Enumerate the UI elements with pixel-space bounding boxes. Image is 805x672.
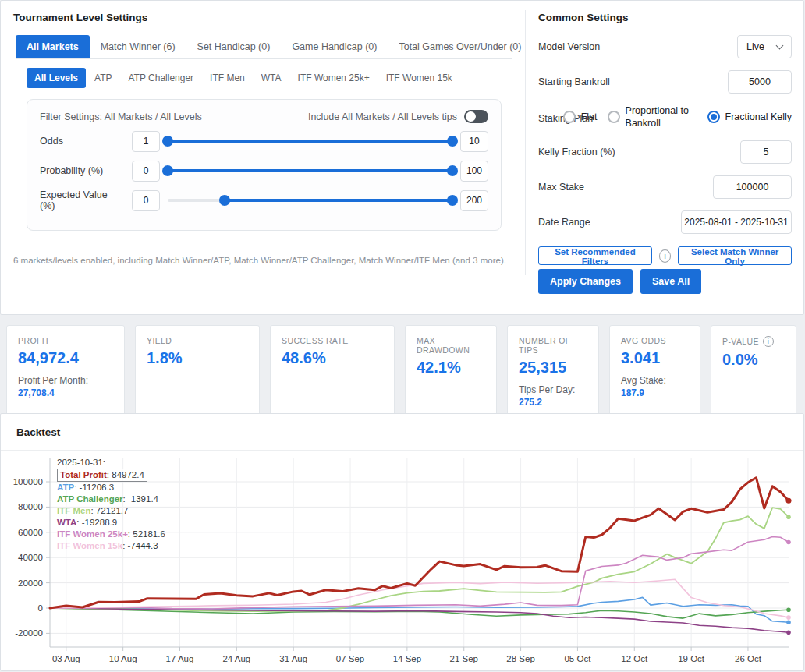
tooltip-series-label: Total Profit xyxy=(60,470,107,479)
svg-text:20000: 20000 xyxy=(18,578,43,588)
apply-changes-button[interactable]: Apply Changes xyxy=(538,269,633,294)
svg-text:05 Oct: 05 Oct xyxy=(564,654,591,663)
radio-icon[interactable] xyxy=(563,111,576,123)
slider-max-input[interactable]: 100 xyxy=(460,161,488,182)
svg-text:21 Sep: 21 Sep xyxy=(450,654,478,663)
slider-min-input[interactable]: 0 xyxy=(132,190,160,211)
slider-min-input[interactable]: 0 xyxy=(132,161,160,182)
market-tab-2[interactable]: Set Handicap (0) xyxy=(186,35,282,58)
slider-handle-high[interactable] xyxy=(447,136,458,147)
svg-text:03 Aug: 03 Aug xyxy=(52,654,80,663)
filter-slider-row-1: Probability (%)0100 xyxy=(27,156,501,186)
max-stake-input[interactable]: 100000 xyxy=(713,175,792,199)
staking-option-label: Flat xyxy=(581,111,598,123)
level-tab-5[interactable]: ITF Women 25k+ xyxy=(290,68,378,88)
level-tab-6[interactable]: ITF Women 15k xyxy=(378,68,460,88)
model-version-select[interactable]: Live xyxy=(737,35,792,58)
slider-label: Probability (%) xyxy=(40,165,124,176)
tooltip-row-4: WTA: -19288.9 xyxy=(57,517,165,529)
stat-subtext: Profit Per Month: 27,708.4 xyxy=(18,374,113,399)
tooltip-row-2: ATP Challenger: -1391.4 xyxy=(57,493,165,505)
stat-card-1: YIELD1.8% xyxy=(135,325,260,419)
slider-track[interactable] xyxy=(168,194,452,207)
staking-option-1[interactable]: Proportional to Bankroll xyxy=(608,104,697,130)
staking-option-2[interactable]: Fractional Kelly xyxy=(707,111,792,123)
model-version-row: Model Version Live xyxy=(538,35,792,58)
stat-label: YIELD xyxy=(147,336,248,345)
svg-text:12 Oct: 12 Oct xyxy=(621,654,648,663)
set-recommended-filters-button[interactable]: Set Recommended Filters xyxy=(538,246,652,265)
level-tab-4[interactable]: WTA xyxy=(254,68,289,88)
filter-box: Filter Settings: All Markets / All Level… xyxy=(27,99,502,231)
select-match-winner-only-button[interactable]: Select Match Winner Only xyxy=(678,246,792,265)
page: Tournament Level Settings All MarketsMat… xyxy=(0,0,805,672)
slider-min-input[interactable]: 1 xyxy=(132,131,160,152)
tooltip-row-0: Total Profit: 84972.4 xyxy=(57,469,165,482)
staking-option-label: Fractional Kelly xyxy=(725,111,792,123)
date-range-row: Date Range 2025-08-01 - 2025-10-31 xyxy=(538,210,792,234)
tooltip-row-1: ATP: -11206.3 xyxy=(57,482,165,493)
stat-sub-value: 187.9 xyxy=(621,387,644,398)
slider-handle-high[interactable] xyxy=(447,195,458,206)
slider-label: Odds xyxy=(40,136,124,147)
market-tab-0[interactable]: All Markets xyxy=(16,35,90,58)
slider-handle-low[interactable] xyxy=(162,165,173,176)
tooltip-series-value: : 52181.6 xyxy=(128,529,165,539)
level-tab-2[interactable]: ATP Challenger xyxy=(120,68,201,88)
radio-icon[interactable] xyxy=(707,111,720,123)
market-tab-4[interactable]: Total Games Over/Under (0) xyxy=(388,35,532,58)
filter-slider-row-2: Expected Value (%)0200 xyxy=(27,186,501,215)
tooltip-series-label: ITF Women 15k xyxy=(57,541,122,550)
kelly-fraction-row: Kelly Fraction (%) 5 xyxy=(538,140,792,164)
slider-max-input[interactable]: 200 xyxy=(460,190,488,211)
staking-option-0[interactable]: Flat xyxy=(563,111,598,123)
stat-card-6: P-VALUEi0.0% xyxy=(711,325,796,419)
date-range-input[interactable]: 2025-08-01 - 2025-10-31 xyxy=(681,210,792,234)
save-all-button[interactable]: Save All xyxy=(640,269,701,294)
date-range-label: Date Range xyxy=(538,217,590,228)
svg-text:0: 0 xyxy=(38,603,43,613)
level-tab-0[interactable]: All Levels xyxy=(27,68,86,88)
tooltip-series-value: : -1391.4 xyxy=(123,494,158,504)
slider-handle-low[interactable] xyxy=(162,136,173,147)
slider-max-input[interactable]: 10 xyxy=(460,131,488,152)
stat-value: 3.041 xyxy=(621,349,689,367)
market-tab-3[interactable]: Game Handicap (0) xyxy=(281,35,388,58)
svg-text:40000: 40000 xyxy=(18,553,43,562)
svg-text:31 Aug: 31 Aug xyxy=(279,654,307,663)
include-tips-toggle-label: Include All Markets / All Levels tips xyxy=(308,111,457,122)
slider-track-fill xyxy=(168,140,452,143)
chevron-down-icon xyxy=(776,41,784,49)
svg-text:80000: 80000 xyxy=(18,502,43,511)
level-tab-3[interactable]: ITF Men xyxy=(202,68,253,88)
info-icon[interactable]: i xyxy=(659,249,671,263)
market-tab-1[interactable]: Match Winner (6) xyxy=(90,35,186,58)
svg-text:14 Sep: 14 Sep xyxy=(393,654,421,663)
info-icon[interactable]: i xyxy=(763,336,774,347)
include-tips-toggle[interactable] xyxy=(464,110,488,123)
common-settings-section: Common Settings Model Version Live Start… xyxy=(525,1,804,316)
slider-handle-high[interactable] xyxy=(447,165,458,176)
tooltip-series-label: ATP Challenger xyxy=(57,494,123,504)
filter-sliders: Odds110Probability (%)0100Expected Value… xyxy=(27,126,501,215)
radio-icon[interactable] xyxy=(608,111,620,123)
slider-handle-low[interactable] xyxy=(219,195,230,206)
svg-text:-20000: -20000 xyxy=(15,628,43,638)
kelly-fraction-input[interactable]: 5 xyxy=(740,140,792,164)
tooltip-series-value: : -19288.9 xyxy=(76,518,117,527)
filter-slider-row-0: Odds110 xyxy=(27,126,501,156)
slider-track[interactable] xyxy=(168,135,452,147)
model-version-label: Model Version xyxy=(538,41,600,52)
common-settings-title: Common Settings xyxy=(538,12,629,23)
slider-track[interactable] xyxy=(168,164,452,177)
backtest-chart-area: -2000002000040000600008000010000003 Aug1… xyxy=(1,451,803,672)
tooltip-series-label: ITF Men xyxy=(57,506,90,515)
stat-value: 0.0% xyxy=(722,351,785,369)
kelly-fraction-label: Kelly Fraction (%) xyxy=(538,147,615,157)
stat-sub-value: 27,708.4 xyxy=(18,387,55,398)
starting-bankroll-input[interactable]: 5000 xyxy=(728,70,792,94)
stat-card-2: SUCCESS RATE48.6% xyxy=(270,325,395,419)
action-buttons-row: Apply Changes Save All xyxy=(538,269,792,294)
backtest-title: Backtest xyxy=(16,426,60,438)
level-tab-1[interactable]: ATP xyxy=(87,68,119,88)
